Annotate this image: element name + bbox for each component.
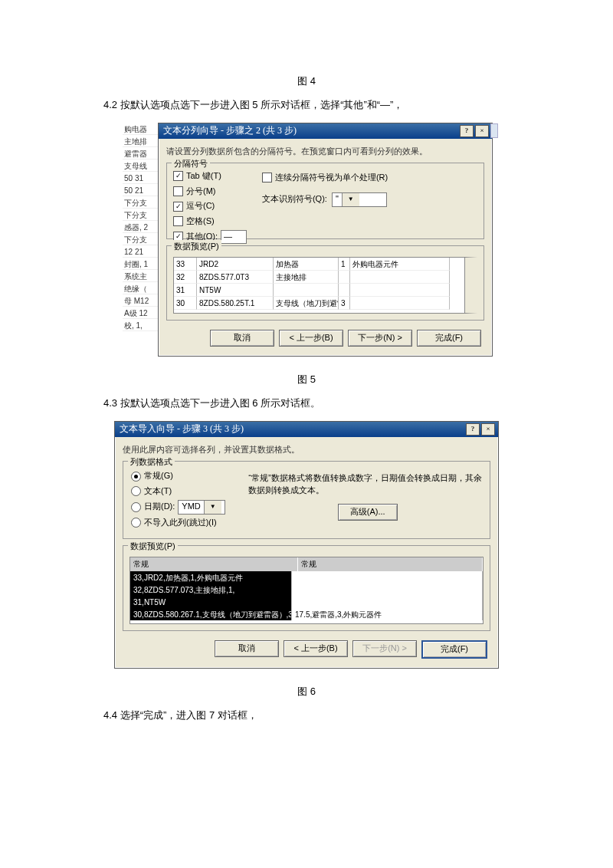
dialog2-hint: 使用此屏内容可选择各列，并设置其数据格式。	[123, 443, 490, 457]
opt-date[interactable]: 日期(D): YMD▼	[131, 500, 225, 515]
preview-cell	[350, 271, 450, 284]
preview-cell: 支母线（地刀到避雷器）	[274, 297, 339, 310]
format-description: “常规”数据格式将数值转换成数字，日期值会转换成日期，其余数据则转换成文本。	[248, 472, 482, 496]
sheet-cell: 避雷器	[123, 147, 158, 159]
preview2-row: 17.5,避雷器,3,外购元器件	[292, 608, 482, 620]
figure-6-caption: 图 6	[103, 684, 510, 700]
chk-tab[interactable]: ✓Tab 键(T)	[173, 169, 247, 183]
preview-cell	[274, 284, 339, 297]
delimiter-group-label: 分隔符号	[172, 157, 210, 171]
other-delimiter-input[interactable]: —	[221, 230, 247, 244]
sheet-cell: 母 M12	[123, 294, 158, 307]
dialog1-title: 文本分列向导 - 步骤之 2 (共 3 步)	[162, 123, 458, 138]
sheet-cell: 校, 1,	[123, 319, 158, 331]
step-4-2-text: 4.2 按默认选项点选下一步进入图 5 所示对话框，选择“其他”和“—”，	[103, 97, 510, 113]
preview-scrollbar[interactable]: ▲ ▼	[464, 258, 477, 313]
next-button[interactable]: 下一步(N) >	[348, 330, 412, 347]
back-button[interactable]: < 上一步(B)	[279, 330, 343, 347]
sheet-cell: 主地排	[123, 135, 158, 147]
back-button[interactable]: < 上一步(B)	[284, 640, 348, 657]
sheet-cell: 下分支	[123, 196, 158, 209]
preview-cell: 加热器	[274, 258, 339, 271]
sheet-header-cell	[490, 123, 498, 138]
sheet-cell: A级 12	[123, 307, 158, 319]
text-to-columns-dialog-step2: 文本分列向导 - 步骤之 2 (共 3 步) ? × 请设置分列数据所包含的分隔…	[158, 123, 493, 357]
col-format-group-label: 列数据格式	[128, 455, 175, 469]
scroll-down-icon[interactable]: ▼	[465, 301, 477, 312]
chk-semicolon[interactable]: 分号(M)	[173, 185, 247, 199]
data-preview-1: 33JRD2加热器1外购电器元件328ZDS.577.0T3主接地排31NT5W…	[173, 257, 477, 314]
close-button[interactable]: ×	[481, 423, 495, 436]
opt-skip[interactable]: 不导入此列(跳过)(I)	[131, 516, 225, 530]
figure-5-caption: 图 5	[103, 372, 510, 388]
preview2-row	[292, 584, 482, 596]
sheet-cell: 下分支	[123, 233, 158, 245]
sheet-cell: 50 21	[123, 184, 158, 196]
chk-consecutive[interactable]: 连续分隔符号视为单个处理(R)	[262, 171, 388, 185]
text-qualifier-combo[interactable]: "▼	[332, 192, 387, 207]
preview-cell: JRD2	[197, 258, 274, 271]
opt-text[interactable]: 文本(T)	[131, 485, 225, 498]
preview-cell: 8ZDS.577.0T3	[197, 271, 274, 284]
opt-general[interactable]: 常规(G)	[131, 469, 225, 483]
preview-cell: 3	[339, 297, 350, 310]
help-button[interactable]: ?	[460, 125, 474, 137]
preview-cell	[339, 271, 350, 284]
preview2-row: 30,8ZDS.580.267.1,支母线（地刀到避雷器）,3,	[130, 608, 291, 620]
finish-button[interactable]: 完成(F)	[417, 330, 481, 347]
preview-group-label: 数据预览(P)	[172, 240, 221, 254]
preview2-row	[292, 596, 482, 608]
scroll-up-icon[interactable]: ▲	[465, 258, 477, 269]
preview2-row: 33,JRD2,加热器,1,外购电器元件	[130, 571, 291, 584]
next-button-disabled: 下一步(N) >	[352, 640, 417, 657]
sheet-cell: 支母线	[123, 159, 158, 172]
preview2-group-label: 数据预览(P)	[128, 540, 178, 554]
preview2-row: 32,8ZDS.577.073,主接地排,1,	[130, 584, 291, 596]
preview-cell: 32	[174, 271, 197, 284]
step-4-4-text: 4.4 选择“完成”，进入图 7 对话框，	[103, 708, 510, 724]
preview-cell	[350, 297, 450, 310]
preview2-row: 31,NT5W	[130, 596, 291, 608]
preview-cell	[339, 284, 350, 297]
close-button[interactable]: ×	[475, 125, 489, 137]
spreadsheet-bg-column: 购电器主地排避雷器支母线50 3150 21下分支下分支感器, 2下分支 12 …	[123, 123, 158, 357]
data-preview-2: 常规 常规 33,JRD2,加热器,1,外购电器元件32,8ZDS.577.07…	[129, 557, 484, 624]
preview-cell: 1	[339, 258, 350, 271]
sheet-cell: 系统主	[123, 270, 158, 282]
preview2-col1-header: 常规	[130, 557, 298, 571]
advanced-button[interactable]: 高级(A)...	[338, 504, 398, 521]
sheet-cell: 50 31	[123, 172, 158, 184]
sheet-cell: 感器, 2	[123, 221, 158, 233]
preview-cell: NT5W	[197, 284, 274, 297]
sheet-cell: 绝缘（	[123, 282, 158, 294]
finish-button[interactable]: 完成(F)	[421, 640, 487, 659]
date-format-combo[interactable]: YMD▼	[178, 500, 225, 515]
preview-cell	[350, 284, 450, 297]
sheet-cell: 12 21	[123, 245, 158, 258]
sheet-cell: 封圈, 1	[123, 258, 158, 270]
dialog2-title: 文本导入向导 - 步骤 3 (共 3 步)	[118, 422, 464, 436]
preview-cell: 主接地排	[274, 271, 339, 284]
preview-cell: 30	[174, 297, 197, 310]
chk-comma[interactable]: ✓逗号(C)	[173, 199, 247, 213]
preview-cell: 外购电器元件	[350, 258, 450, 271]
preview2-col2-header: 常规	[298, 557, 483, 571]
sheet-cell: 下分支	[123, 209, 158, 221]
chk-space[interactable]: 空格(S)	[173, 215, 247, 229]
text-qualifier-label: 文本识别符号(Q):	[262, 192, 327, 206]
text-import-dialog-step3: 文本导入向导 - 步骤 3 (共 3 步) ? × 使用此屏内容可选择各列，并设…	[114, 421, 499, 669]
figure-4-caption: 图 4	[103, 74, 510, 90]
cancel-button[interactable]: 取消	[215, 640, 279, 657]
preview-cell: 33	[174, 258, 197, 271]
help-button[interactable]: ?	[466, 423, 480, 436]
cancel-button[interactable]: 取消	[210, 330, 274, 347]
step-4-3-text: 4.3 按默认选项点选下一步进入图 6 所示对话框。	[103, 396, 510, 412]
preview-cell: 8ZDS.580.25T.1	[197, 297, 274, 310]
preview2-row	[292, 571, 482, 584]
sheet-cell: 购电器	[123, 123, 158, 135]
preview-cell: 31	[174, 284, 197, 297]
dialog1-hint: 请设置分列数据所包含的分隔符号。在预览窗口内可看到分列的效果。	[166, 145, 484, 159]
